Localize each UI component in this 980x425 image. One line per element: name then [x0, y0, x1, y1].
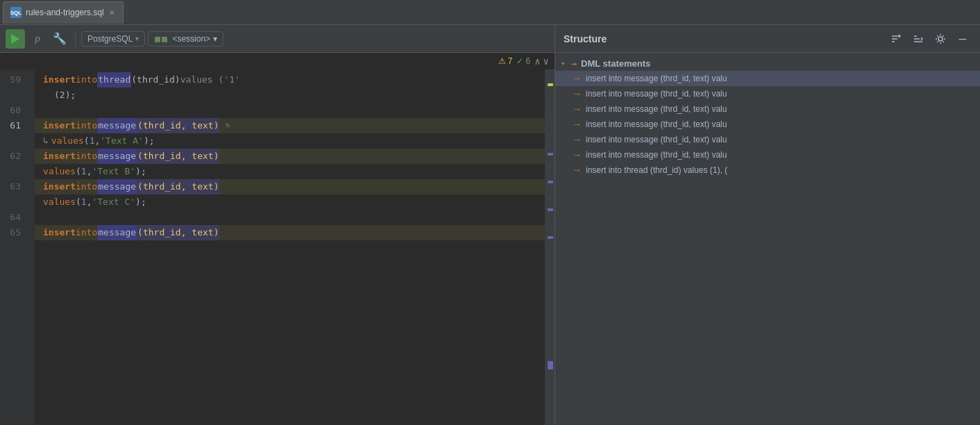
edit-icon: ✎	[225, 118, 230, 133]
struct-item-4[interactable]: → insert into message (thrd_id, text) va…	[555, 132, 980, 147]
sql-file-icon: SQL	[10, 7, 22, 18]
scroll-mark-purple-1	[548, 153, 553, 156]
arrow-icon-6: →	[572, 165, 582, 176]
sort-desc-button[interactable]	[909, 30, 927, 48]
struct-text-2: insert into message (thrd_id, text) valu	[586, 104, 727, 114]
database-selector[interactable]: PostgreSQL ▾	[81, 31, 145, 47]
warning-number: 7	[508, 56, 513, 66]
arrow-icon-4: →	[572, 134, 582, 145]
code-line-61b: ↳values (1, 'Text A');	[35, 133, 545, 149]
session-icon: ◼◼	[154, 34, 168, 44]
db-label: PostgreSQL	[87, 34, 133, 44]
line-num-blank2	[0, 133, 28, 149]
sort-asc-button[interactable]	[887, 30, 905, 48]
code-area: 59 60 61 62 63 64 65 insert into thread …	[0, 69, 555, 425]
up-arrow-icon[interactable]: ∧	[534, 56, 540, 67]
wrench-icon: 🔧	[53, 32, 67, 45]
sort-asc-icon	[890, 33, 902, 44]
structure-header: Structure	[555, 25, 980, 53]
db-chevron-icon: ▾	[135, 35, 139, 42]
line-num-blank3	[0, 164, 28, 179]
subdent-icon: ↳	[43, 133, 49, 149]
arrow-icon-3: →	[572, 119, 582, 130]
struct-item-0[interactable]: → insert into message (thrd_id, text) va…	[555, 71, 980, 86]
code-line-64	[35, 210, 545, 225]
warning-count: ⚠ 7	[498, 56, 513, 66]
minimize-icon: —	[959, 33, 967, 45]
warning-icon: ⚠	[498, 56, 506, 66]
tab-label: rules-and-triggers.sql	[26, 8, 104, 17]
line-numbers: 59 60 61 62 63 64 65	[0, 69, 35, 425]
scroll-mark-purple-2	[548, 181, 553, 183]
line-num-63: 63	[0, 179, 28, 194]
group-arrow-icon: →	[571, 58, 577, 69]
arrow-icon-1: →	[572, 88, 582, 99]
gear-icon	[935, 33, 946, 44]
struct-text-5: insert into message (thrd_id, text) valu	[586, 150, 727, 160]
line-num-59: 59	[0, 72, 28, 88]
tab-bar: SQL rules-and-triggers.sql ×	[0, 0, 980, 25]
line-num-65: 65	[0, 225, 28, 240]
svg-point-6	[938, 37, 943, 41]
structure-list: ▾ → DML statements → insert into message…	[555, 53, 980, 425]
tab-rules-and-triggers[interactable]: SQL rules-and-triggers.sql ×	[3, 1, 124, 24]
code-line-65: insert into message (thrd_id, text)	[35, 225, 545, 240]
ok-checkmark-icon: ✓	[516, 56, 523, 66]
code-line-59b: (2);	[35, 88, 545, 103]
struct-item-3[interactable]: → insert into message (thrd_id, text) va…	[555, 117, 980, 132]
code-line-63b: values (1, 'Text C');	[35, 194, 545, 210]
scroll-mark-purple-3	[548, 208, 553, 211]
line-num-64: 64	[0, 210, 28, 225]
line-num-61: 61	[0, 118, 28, 133]
expand-chevron-icon: ▾	[561, 59, 566, 68]
scroll-indicators	[545, 69, 555, 425]
line-num-blank4	[0, 194, 28, 210]
settings-button[interactable]	[931, 30, 949, 48]
structure-title: Structure	[564, 33, 607, 44]
struct-item-6[interactable]: → insert into thread (thrd_id) values (1…	[555, 162, 980, 178]
scroll-mark-purple-4	[548, 236, 553, 239]
toolbar: p 🔧 PostgreSQL ▾ ◼◼ <session> ▾	[0, 25, 555, 53]
line-num-60: 60	[0, 103, 28, 118]
code-line-61: insert into message (thrd_id, text) ✎	[35, 118, 545, 133]
struct-text-3: insert into message (thrd_id, text) valu	[586, 119, 727, 129]
run-button[interactable]	[6, 29, 25, 49]
down-arrow-icon[interactable]: ∨	[543, 56, 549, 67]
tab-close-button[interactable]: ×	[108, 8, 116, 17]
structure-panel: Structure	[555, 25, 980, 425]
scroll-mark-yellow	[548, 83, 553, 86]
structure-toolbar: —	[887, 30, 972, 48]
ok-count: ✓ 6	[516, 56, 530, 66]
struct-item-5[interactable]: → insert into message (thrd_id, text) va…	[555, 147, 980, 162]
p-button[interactable]: p	[28, 29, 47, 49]
struct-text-4: insert into message (thrd_id, text) valu	[586, 135, 727, 144]
notification-bar: ⚠ 7 ✓ 6 ∧ ∨	[0, 53, 555, 69]
sort-desc-icon	[913, 33, 924, 44]
session-selector[interactable]: ◼◼ <session> ▾	[148, 31, 223, 47]
struct-item-1[interactable]: → insert into message (thrd_id, text) va…	[555, 86, 980, 101]
minimize-button[interactable]: —	[954, 30, 972, 48]
line-num-blank1	[0, 88, 28, 103]
struct-text-0: insert into message (thrd_id, text) valu	[586, 74, 727, 83]
arrow-icon-5: →	[572, 149, 582, 160]
code-content[interactable]: insert into thread (thrd_id) values ('1'…	[35, 69, 545, 425]
arrow-icon-2: →	[572, 103, 582, 115]
line-num-62: 62	[0, 149, 28, 164]
struct-text-6: insert into thread (thrd_id) values (1),…	[586, 165, 727, 175]
navigation-arrows[interactable]: ∧ ∨	[534, 56, 549, 67]
session-chevron-icon: ▾	[213, 34, 217, 44]
struct-text-1: insert into message (thrd_id, text) valu	[586, 89, 727, 99]
main-area: p 🔧 PostgreSQL ▾ ◼◼ <session> ▾ ⚠ 7	[0, 25, 980, 425]
ok-number: 6	[525, 56, 530, 66]
run-icon	[11, 34, 19, 44]
code-line-62b: values (1, 'Text B');	[35, 164, 545, 179]
wrench-button[interactable]: 🔧	[50, 29, 69, 49]
code-line-60	[35, 103, 545, 118]
editor-panel: p 🔧 PostgreSQL ▾ ◼◼ <session> ▾ ⚠ 7	[0, 25, 555, 425]
code-line-59: insert into thread (thrd_id) values ('1'	[35, 72, 545, 88]
struct-item-2[interactable]: → insert into message (thrd_id, text) va…	[555, 101, 980, 117]
code-line-63: insert into message (thrd_id, text)	[35, 179, 545, 194]
dml-group-label: DML statements	[581, 58, 650, 69]
separator-1	[75, 32, 76, 46]
dml-statements-group[interactable]: ▾ → DML statements	[555, 56, 980, 71]
